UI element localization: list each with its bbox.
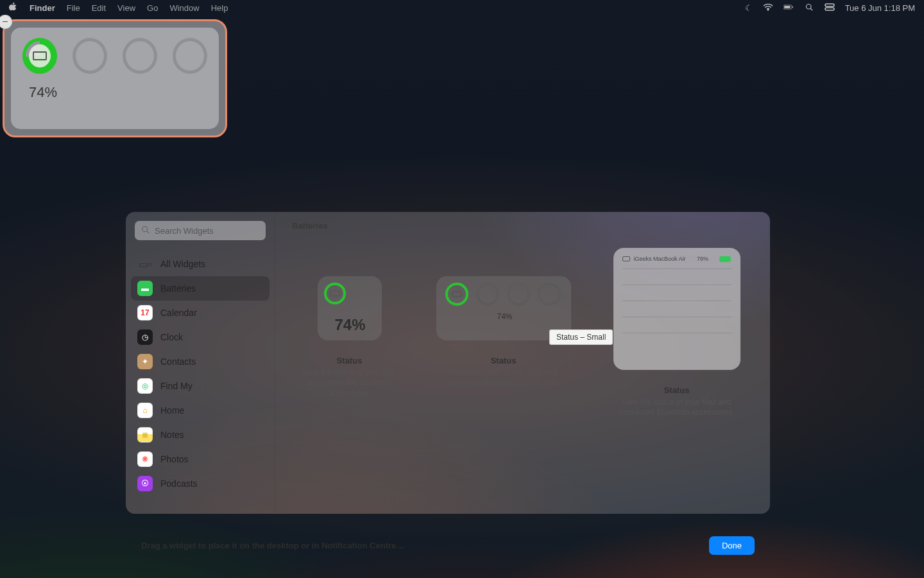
svg-rect-7 — [825, 8, 834, 10]
battery-ring-empty — [123, 38, 157, 74]
laptop-icon — [622, 256, 630, 261]
svg-rect-3 — [792, 6, 792, 7]
menu-clock[interactable]: Tue 6 Jun 1:18 PM — [845, 3, 915, 13]
size-tooltip: Status – Small — [549, 329, 613, 345]
battery-ring-empty — [173, 38, 207, 74]
svg-line-5 — [810, 8, 812, 10]
preview-small: 74% — [318, 276, 382, 340]
sidebar-item-label: Clock — [160, 332, 183, 342]
menu-view[interactable]: View — [117, 3, 135, 13]
sidebar-item-notes[interactable]: ≣Notes — [131, 423, 270, 447]
widget-remove-button[interactable]: − — [0, 15, 12, 29]
apple-menu[interactable] — [9, 3, 18, 13]
sidebar-item-label: All Widgets — [160, 259, 205, 269]
preview-large: iGeeks MacBook Air 76% — [613, 248, 740, 370]
svg-rect-2 — [784, 6, 790, 8]
menu-go[interactable]: Go — [147, 3, 158, 13]
svg-line-9 — [147, 231, 149, 233]
widget-option-medium[interactable]: 74% Status View the status of your Mac a… — [430, 276, 578, 514]
menu-file[interactable]: File — [67, 3, 80, 13]
sidebar-item-label: Contacts — [160, 356, 196, 367]
svg-point-4 — [806, 4, 811, 9]
gallery-footer: Drag a widget to place it on the desktop… — [126, 529, 770, 561]
wifi-icon[interactable] — [763, 3, 773, 13]
battery-percentage: 74% — [29, 84, 207, 101]
sidebar-item-label: Home — [160, 405, 184, 416]
sidebar-item-label: Batteries — [160, 283, 196, 293]
notes-icon: ≣ — [137, 427, 153, 442]
battery-ring-mac — [22, 38, 57, 74]
svg-point-8 — [142, 227, 148, 232]
spotlight-icon[interactable] — [804, 3, 814, 13]
sidebar-item-find-my[interactable]: ◎Find My — [131, 374, 270, 398]
menu-app-name[interactable]: Finder — [30, 3, 55, 13]
sidebar-item-home[interactable]: ⌂Home — [131, 398, 270, 423]
search-icon — [141, 225, 150, 236]
clock-icon: ◷ — [137, 329, 153, 345]
calendar-icon: 17 — [137, 305, 153, 320]
widget-option-small[interactable]: 74% Status View the status of your Mac a… — [295, 276, 404, 514]
sidebar-item-clock[interactable]: ◷Clock — [131, 325, 270, 349]
sidebar-item-batteries[interactable]: ▬Batteries — [131, 276, 270, 301]
search-input[interactable]: Search Widgets — [135, 221, 266, 240]
all-widgets-icon: ▭▫ — [137, 256, 153, 272]
widget-gallery: Search Widgets ▭▫All Widgets▬Batteries17… — [126, 212, 770, 514]
sidebar-item-podcasts[interactable]: ⦿Podcasts — [131, 471, 270, 496]
sidebar-item-label: Notes — [160, 430, 184, 440]
contacts-icon: ✦ — [137, 354, 153, 369]
sidebar-item-label: Calendar — [160, 308, 197, 318]
find-my-icon: ◎ — [137, 378, 153, 394]
svg-point-0 — [767, 9, 768, 10]
svg-rect-6 — [825, 4, 834, 6]
podcasts-icon: ⦿ — [137, 476, 153, 491]
sidebar-item-label: Find My — [160, 381, 193, 391]
desktop-batteries-widget[interactable]: − 74% — [3, 19, 227, 137]
footer-hint: Drag a widget to place it on the desktop… — [141, 541, 404, 550]
content-title: Batteries — [292, 221, 328, 231]
battery-pill-icon — [719, 256, 731, 262]
home-icon: ⌂ — [137, 403, 153, 418]
sidebar-item-all-widgets[interactable]: ▭▫All Widgets — [131, 252, 270, 276]
battery-icon[interactable] — [783, 3, 794, 13]
menu-edit[interactable]: Edit — [92, 3, 106, 13]
widget-grid: 74% Status View the status of your Mac a… — [275, 250, 770, 514]
done-button[interactable]: Done — [709, 536, 755, 555]
menu-help[interactable]: Help — [211, 3, 228, 13]
battery-ring-empty — [73, 38, 107, 74]
svg-rect-10 — [330, 291, 339, 296]
batteries-icon: ▬ — [137, 281, 153, 296]
control-center-icon[interactable] — [825, 3, 835, 13]
sidebar-item-calendar[interactable]: 17Calendar — [131, 301, 270, 325]
gallery-content: Batteries 74% Status View the status of … — [275, 212, 770, 514]
gallery-sidebar: Search Widgets ▭▫All Widgets▬Batteries17… — [126, 212, 275, 514]
menu-window[interactable]: Window — [169, 3, 199, 13]
menu-bar: Finder File Edit View Go Window Help ☾ T… — [0, 0, 924, 15]
sidebar-item-photos[interactable]: ❋Photos — [131, 447, 270, 471]
sidebar-item-contacts[interactable]: ✦Contacts — [131, 349, 270, 374]
focus-icon[interactable]: ☾ — [745, 3, 753, 13]
widget-option-large[interactable]: iGeeks MacBook Air 76% Status View the s… — [603, 276, 751, 514]
svg-rect-11 — [452, 292, 461, 297]
sidebar-item-label: Photos — [160, 454, 189, 464]
photos-icon: ❋ — [137, 451, 153, 467]
sidebar-item-label: Podcasts — [160, 478, 198, 489]
